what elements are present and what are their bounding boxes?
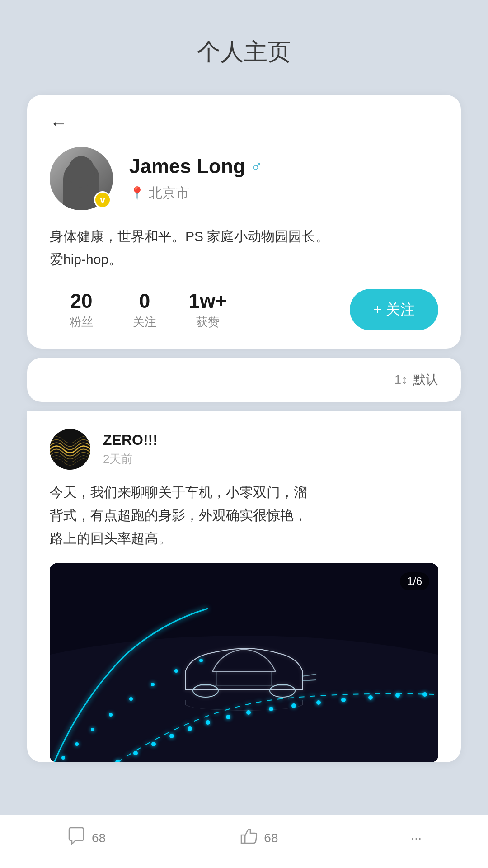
svg-point-2 <box>50 636 438 762</box>
avatar-wrap: v <box>50 147 113 210</box>
svg-point-23 <box>151 683 155 686</box>
post-content: 今天，我们来聊聊关于车机，小零双门，溜 背式，有点超跑的身影，外观确实很惊艳， … <box>50 481 438 550</box>
post-content-line3: 路上的回头率超高。 <box>50 527 438 550</box>
profile-info: James Long ♂ 📍 北京市 <box>129 155 438 203</box>
more-icon: ··· <box>411 831 422 845</box>
svg-point-18 <box>61 756 65 760</box>
like-count: 68 <box>264 831 278 845</box>
post-image[interactable]: 1/6 <box>50 563 438 762</box>
likes-stat[interactable]: 1w+ 获赞 <box>176 290 239 330</box>
location-text: 北京市 <box>149 184 189 203</box>
svg-point-21 <box>109 713 113 717</box>
post-card: ZERO!!! 2天前 今天，我们来聊聊关于车机，小零双门，溜 背式，有点超跑的… <box>27 411 461 762</box>
following-stat[interactable]: 0 关注 <box>113 290 176 330</box>
svg-point-20 <box>91 728 94 731</box>
fans-label: 粉丝 <box>50 314 113 330</box>
svg-point-10 <box>246 710 251 715</box>
bio-line1: 身体健康，世界和平。PS 家庭小动物园园长。 <box>50 225 438 248</box>
svg-point-5 <box>151 742 156 746</box>
like-icon <box>239 826 258 850</box>
comment-action[interactable]: 68 <box>66 826 106 850</box>
follow-button[interactable]: + 关注 <box>350 289 438 330</box>
svg-point-17 <box>422 692 427 697</box>
post-header: ZERO!!! 2天前 <box>50 429 438 470</box>
svg-point-9 <box>226 715 230 719</box>
svg-point-19 <box>75 742 79 746</box>
profile-bio: 身体健康，世界和平。PS 家庭小动物园园长。 爱hip-hop。 <box>50 225 438 271</box>
verified-badge: v <box>94 191 111 208</box>
svg-point-8 <box>206 720 210 725</box>
svg-point-24 <box>174 669 178 673</box>
svg-point-15 <box>368 695 373 700</box>
sort-label[interactable]: 默认 <box>413 371 438 388</box>
name-text: James Long <box>129 155 245 178</box>
svg-point-7 <box>188 726 192 731</box>
svg-point-16 <box>395 693 400 698</box>
following-label: 关注 <box>113 314 176 330</box>
bottom-bar: 68 68 ··· <box>0 815 488 868</box>
location-pin-icon: 📍 <box>129 186 145 201</box>
profile-location: 📍 北京市 <box>129 184 438 203</box>
profile-name: James Long ♂ <box>129 155 438 178</box>
like-action[interactable]: 68 <box>239 826 278 850</box>
comment-icon <box>66 826 86 850</box>
svg-point-14 <box>341 698 346 702</box>
fans-count: 20 <box>50 290 113 312</box>
svg-point-25 <box>199 659 203 662</box>
stats-row: 20 粉丝 0 关注 1w+ 获赞 + 关注 <box>50 289 438 330</box>
more-action[interactable]: ··· <box>411 831 422 845</box>
sort-icon: 1↕ <box>394 373 408 387</box>
profile-header: v James Long ♂ 📍 北京市 <box>50 147 438 210</box>
post-content-line1: 今天，我们来聊聊关于车机，小零双门，溜 <box>50 481 438 504</box>
post-author[interactable]: ZERO!!! <box>103 432 438 448</box>
likes-label: 获赞 <box>176 314 239 330</box>
back-button[interactable]: ← <box>50 113 68 133</box>
post-avatar-image <box>50 429 90 470</box>
svg-point-6 <box>169 734 174 738</box>
fans-stat[interactable]: 20 粉丝 <box>50 290 113 330</box>
comment-count: 68 <box>92 831 106 845</box>
likes-count: 1w+ <box>176 290 239 312</box>
svg-point-4 <box>133 751 138 755</box>
car-scene <box>50 563 438 762</box>
post-time: 2天前 <box>103 451 438 467</box>
bio-line2: 爱hip-hop。 <box>50 248 438 271</box>
page-title: 个人主页 <box>0 0 488 95</box>
svg-point-13 <box>316 700 321 705</box>
post-meta: ZERO!!! 2天前 <box>103 432 438 467</box>
following-count: 0 <box>113 290 176 312</box>
sort-bar: 1↕ 默认 <box>27 358 461 402</box>
post-avatar[interactable] <box>50 429 90 470</box>
svg-point-11 <box>269 707 273 711</box>
profile-card: ← v James Long ♂ 📍 北京市 身体健康，世界和平。PS 家庭小动… <box>27 95 461 349</box>
svg-point-22 <box>129 697 133 701</box>
image-counter: 1/6 <box>400 572 429 590</box>
post-content-line2: 背式，有点超跑的身影，外观确实很惊艳， <box>50 504 438 527</box>
gender-icon: ♂ <box>251 157 263 176</box>
